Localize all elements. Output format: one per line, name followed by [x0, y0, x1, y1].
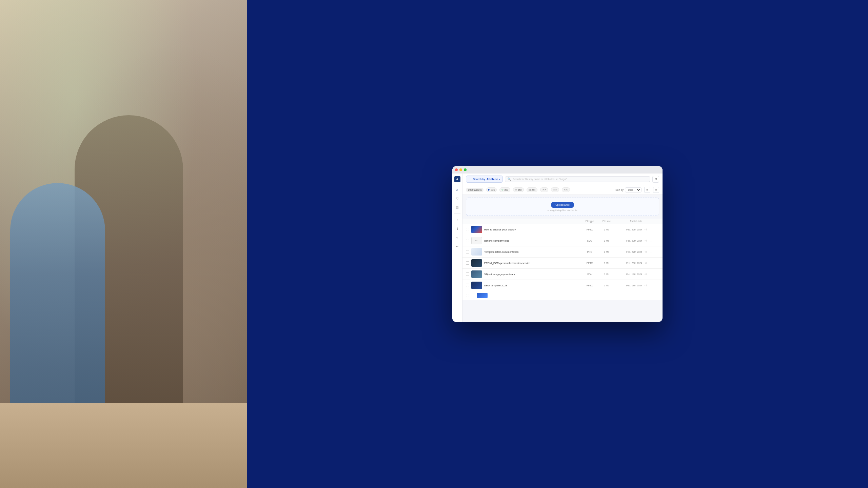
video-icon: ▶ — [488, 188, 490, 191]
download-button[interactable]: ↓ — [649, 249, 653, 254]
sidebar-item-info[interactable]: ℹ — [455, 226, 460, 231]
file-actions: ◁ ↓ ⋮ — [642, 272, 659, 277]
plus-icon: ＋ — [469, 177, 472, 181]
file-thumbnail: GC — [471, 237, 482, 244]
more-button[interactable]: ⋮ — [654, 272, 659, 277]
sort-by-area: Sort by Date Name Size Type — [615, 187, 642, 192]
stat-chip-folder[interactable]: ▤ 264 — [527, 187, 538, 192]
file-checkbox[interactable] — [466, 250, 469, 253]
file-type: SVG — [581, 240, 598, 242]
file-row[interactable]: GC generic-company-logo SVG 1 Mb Feb. 22… — [462, 235, 663, 246]
more-button[interactable]: ⋮ — [654, 283, 659, 288]
search-bar[interactable]: 🔍 Search for files by name or attributes… — [505, 176, 650, 182]
more-button[interactable]: ⋮ — [654, 261, 659, 265]
sort-by-select[interactable]: Date Name Size Type — [625, 187, 642, 192]
file-checkbox[interactable] — [466, 284, 469, 287]
app-logo: A — [454, 176, 460, 182]
chevron-down-icon: ▾ — [499, 178, 500, 180]
grid-view-toggle[interactable]: ⊞ — [653, 187, 659, 193]
photo-panel — [0, 0, 247, 488]
xx3-label: ✕✕ — [564, 188, 568, 191]
share-button[interactable]: ◁ — [643, 261, 648, 265]
file-date: Feb. 22th 2024 — [615, 251, 642, 253]
file-checkbox[interactable] — [466, 272, 469, 276]
column-header-date: Publish date — [615, 220, 642, 222]
xx2-label: ✕✕ — [553, 188, 557, 191]
file-thumbnail — [471, 270, 482, 278]
file-date: Feb. 20th 2024 — [615, 262, 642, 264]
share-button[interactable]: ◁ — [643, 283, 648, 288]
more-button[interactable]: ⋮ — [654, 227, 659, 232]
file-thumbnail — [471, 259, 482, 267]
download-button[interactable]: ↓ — [649, 272, 653, 277]
minimize-button[interactable] — [459, 168, 462, 171]
sidebar-item-more[interactable]: ••• — [455, 244, 460, 249]
download-button[interactable]: ↓ — [649, 227, 653, 232]
sidebar-item-favorites[interactable]: ♡ — [455, 196, 460, 201]
sidebar-item-settings[interactable]: ○ — [455, 235, 460, 240]
file-checkbox[interactable] — [466, 239, 469, 242]
file-actions: ◁ ↓ ⋮ — [642, 261, 659, 265]
sort-by-label: Sort by — [615, 188, 624, 191]
file-size: 1 Mb — [598, 262, 615, 264]
search-attribute-button[interactable]: ＋ Search by Attribute ▾ — [466, 176, 503, 183]
stat-chip-video[interactable]: ▶ 876 — [486, 187, 497, 192]
sidebar-item-upload[interactable]: ↑ — [455, 217, 460, 223]
doc-icon: ⊙ — [515, 188, 517, 191]
stat-chip-xx3[interactable]: ✕✕ — [562, 187, 570, 192]
file-size: 1 Mb — [598, 284, 615, 287]
file-list: File type File size Publish date How-to-… — [462, 219, 663, 322]
more-button[interactable]: ⋮ — [654, 238, 659, 243]
file-date: Feb. 22th 2024 — [615, 228, 642, 231]
maximize-button[interactable] — [464, 168, 467, 171]
file-name: 5Tips-to-engage-your-team — [484, 273, 581, 276]
file-size: 1 Mb — [598, 251, 615, 253]
folder-count: 264 — [532, 189, 536, 191]
file-size: 1 Mb — [598, 273, 615, 276]
stat-chip-xx2[interactable]: ✕✕ — [551, 187, 559, 192]
sidebar-item-folders[interactable]: ▤ — [455, 205, 460, 210]
search-input[interactable]: Search for files by name or attributes, … — [513, 178, 648, 181]
file-type: PPTX — [581, 228, 598, 231]
download-button[interactable]: ↓ — [649, 283, 653, 288]
file-row[interactable]: Deck-template-2023 PPTX 1 Mb Feb. 18th 2… — [462, 280, 663, 291]
file-checkbox[interactable] — [466, 261, 469, 265]
more-button[interactable]: ⋮ — [654, 249, 659, 254]
window-chrome — [452, 166, 663, 174]
file-checkbox-partial — [466, 294, 469, 297]
file-row[interactable]: Template-letter-documentation PNG 1 Mb F… — [462, 246, 663, 258]
upload-hint: or drag & drop files into the list — [548, 209, 577, 211]
file-type: PPTX — [581, 262, 598, 264]
file-name: Template-letter-documentation — [484, 250, 581, 253]
download-button[interactable]: ↓ — [649, 261, 653, 265]
share-button[interactable]: ◁ — [643, 272, 648, 277]
share-button[interactable]: ◁ — [643, 227, 648, 232]
share-button[interactable]: ◁ — [643, 238, 648, 243]
file-name: PRSNI_DCM-personalized-video-service — [484, 262, 581, 265]
file-type: MOV — [581, 273, 598, 276]
attribute-tag: Attribute — [487, 178, 498, 181]
filter-button[interactable]: ⊞ — [652, 176, 659, 183]
column-header-type: File type — [581, 220, 598, 222]
close-button[interactable] — [455, 168, 458, 171]
stat-chip-image[interactable]: ⊙ 390 — [499, 187, 510, 192]
file-row[interactable]: PRSNI_DCM-personalized-video-service PPT… — [462, 258, 663, 269]
file-type: PPTX — [581, 284, 598, 287]
file-row-partial — [462, 291, 663, 300]
sidebar: A ⌂ ♡ ▤ ↑ ℹ ○ ••• — [452, 174, 462, 322]
share-button[interactable]: ◁ — [643, 249, 648, 254]
main-content: ＋ Search by Attribute ▾ 🔍 Search for fil… — [462, 174, 663, 322]
file-date: Feb. 18th 2024 — [615, 273, 642, 276]
stat-chip-doc[interactable]: ⊙ 350 — [513, 187, 524, 192]
file-row[interactable]: How-to-choose-your-brand? PPTX 1 Mb Feb.… — [462, 224, 663, 235]
file-actions: ◁ ↓ ⋮ — [642, 283, 659, 288]
file-row[interactable]: 5Tips-to-engage-your-team MOV 1 Mb Feb. … — [462, 269, 663, 280]
file-checkbox[interactable] — [466, 228, 469, 231]
list-view-toggle[interactable]: ☰ — [644, 187, 650, 193]
image-count: 390 — [504, 189, 508, 191]
sidebar-item-home[interactable]: ⌂ — [455, 187, 460, 192]
file-actions: ◁ ↓ ⋮ — [642, 249, 659, 254]
download-button[interactable]: ↓ — [649, 238, 653, 243]
upload-button[interactable]: Upload a file — [551, 202, 574, 208]
stat-chip-xx1[interactable]: ✕✕ — [540, 187, 548, 192]
